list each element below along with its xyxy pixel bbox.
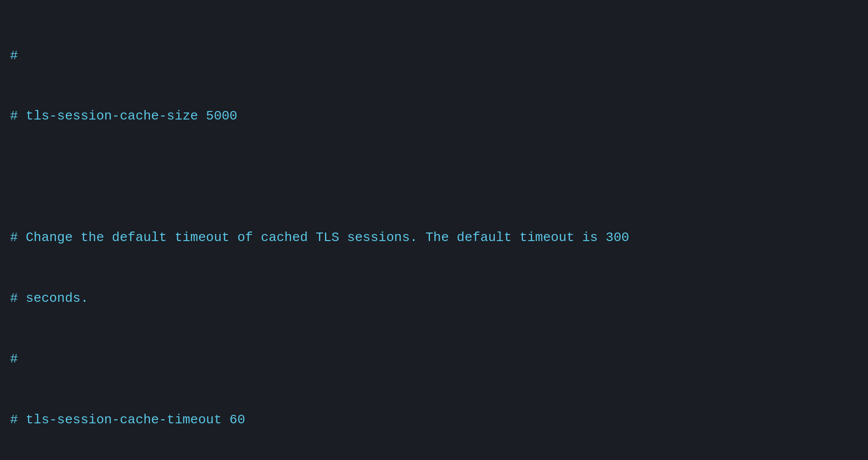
line-4: # Change the default timeout of cached T… xyxy=(10,227,858,248)
line-7: # tls-session-cache-timeout 60 xyxy=(10,410,858,430)
line-3 xyxy=(10,167,858,187)
line-6: # xyxy=(10,349,858,369)
line-5: # seconds. xyxy=(10,288,858,308)
code-editor: # # tls-session-cache-size 5000 # Change… xyxy=(10,5,858,460)
line-2: # tls-session-cache-size 5000 xyxy=(10,106,858,126)
line-1: # xyxy=(10,46,858,66)
